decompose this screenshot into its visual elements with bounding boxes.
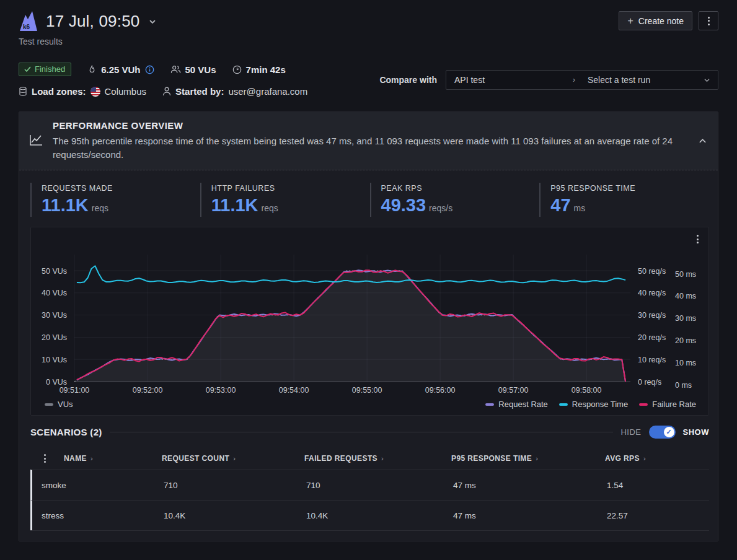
info-icon[interactable] — [145, 65, 154, 74]
plus-icon: + — [627, 16, 633, 26]
legend-vus[interactable]: VUs — [45, 400, 73, 409]
title-chevron-down-icon[interactable] — [149, 17, 156, 26]
svg-text:0 req/s: 0 req/s — [638, 378, 661, 387]
compare-project-select[interactable]: API test › — [446, 75, 581, 85]
svg-text:09:55:00: 09:55:00 — [352, 386, 382, 395]
duration-metric: 7min 42s — [232, 64, 286, 75]
stat-requests-made: REQUESTS MADE 11.1Kreqs — [30, 183, 200, 217]
vus-swatch — [45, 403, 53, 406]
svg-text:40 VUs: 40 VUs — [42, 289, 67, 297]
collapse-chevron-up-icon[interactable] — [699, 135, 707, 146]
response-time-swatch — [559, 403, 568, 406]
table-kebab-menu[interactable] — [30, 454, 59, 463]
compare-with-label: Compare with — [379, 75, 437, 85]
svg-text:10 ms: 10 ms — [675, 359, 696, 367]
scenarios-header: SCENARIOS (2) HIDE ✓ SHOW — [30, 426, 709, 439]
svg-text:30 ms: 30 ms — [675, 314, 696, 323]
page-subtitle: Test results — [19, 37, 156, 46]
svg-text:50 ms: 50 ms — [675, 270, 696, 279]
failure-rate-swatch — [639, 403, 648, 406]
column-header-name[interactable]: NAME› — [59, 454, 157, 463]
svg-text:0 ms: 0 ms — [675, 381, 692, 390]
svg-text:09:52:00: 09:52:00 — [133, 386, 163, 395]
clock-icon — [232, 65, 242, 74]
table-row-stress[interactable]: stress 10.4K 10.4K 47 ms 22.57 — [30, 500, 709, 530]
vuh-metric: 6.25 VUh — [87, 64, 154, 75]
svg-text:40 ms: 40 ms — [675, 292, 696, 300]
kebab-icon — [697, 235, 699, 243]
stat-peak-rps: PEAK RPS 49.33reqs/s — [370, 183, 540, 217]
kebab-icon — [708, 17, 710, 25]
compare-with-control: Compare with API test › Select a test ru… — [379, 70, 718, 90]
svg-text:20 VUs: 20 VUs — [42, 333, 67, 342]
us-flag-icon — [90, 87, 100, 97]
chart-kebab-menu[interactable] — [697, 235, 699, 243]
svg-text:50 req/s: 50 req/s — [638, 267, 666, 276]
svg-text:09:53:00: 09:53:00 — [206, 386, 236, 395]
timeseries-chart[interactable]: 0 VUs10 VUs20 VUs30 VUs40 VUs50 VUs0 req… — [31, 230, 708, 398]
stats-row: REQUESTS MADE 11.1Kreqs HTTP FAILURES 11… — [30, 183, 709, 217]
column-header-failed-requests[interactable]: FAILED REQUESTS› — [299, 454, 446, 463]
toggle-knob-check-icon: ✓ — [664, 427, 674, 437]
hide-label: HIDE — [620, 427, 641, 437]
column-header-request-count[interactable]: REQUEST COUNT› — [157, 454, 299, 463]
svg-text:09:56:00: 09:56:00 — [425, 386, 456, 395]
compare-test-run-select[interactable]: Select a test run — [581, 75, 718, 85]
header-kebab-menu-button[interactable] — [699, 11, 718, 30]
vus-metric: 50 VUs — [170, 64, 216, 75]
started-by: Started by: user@grafana.com — [162, 86, 307, 97]
scenarios-title: SCENARIOS (2) — [30, 427, 102, 437]
run-meta-section: Finished 6.25 VUh 50 VUs — [19, 63, 718, 97]
overview-description: The 95th percentile response time of the… — [53, 134, 676, 162]
svg-text:0 VUs: 0 VUs — [46, 378, 67, 387]
performance-overview-header[interactable]: PERFORMANCE OVERVIEW The 95th percentile… — [19, 112, 718, 170]
legend-response-time[interactable]: Response Time — [559, 400, 628, 409]
scenarios-table: NAME› REQUEST COUNT› FAILED REQUESTS› P9… — [30, 447, 709, 531]
page-title: 17 Jul, 09:50 — [46, 12, 140, 31]
create-note-button[interactable]: + Create note — [619, 11, 692, 30]
legend-failure-rate[interactable]: Failure Rate — [639, 400, 696, 409]
check-icon — [24, 66, 31, 72]
column-header-avg-rps[interactable]: AVG RPS› — [600, 454, 709, 463]
chart-line-icon — [29, 134, 43, 149]
scenarios-table-header: NAME› REQUEST COUNT› FAILED REQUESTS› P9… — [30, 447, 709, 470]
overview-title: PERFORMANCE OVERVIEW — [53, 120, 689, 131]
page-header: k6 17 Jul, 09:50 Test results + Create n… — [19, 10, 718, 46]
svg-text:10 req/s: 10 req/s — [638, 356, 666, 364]
column-header-p95-response-time[interactable]: P95 RESPONSE TIME› — [446, 454, 600, 463]
divider — [110, 432, 614, 432]
show-label: SHOW — [683, 427, 709, 437]
overview-body: REQUESTS MADE 11.1Kreqs HTTP FAILURES 11… — [19, 170, 718, 541]
svg-text:30 VUs: 30 VUs — [42, 311, 67, 320]
kebab-icon — [44, 454, 46, 463]
test-results-page: k6 17 Jul, 09:50 Test results + Create n… — [0, 0, 737, 541]
person-icon — [162, 87, 171, 96]
chevron-right-icon: › — [573, 76, 575, 84]
svg-text:10 VUs: 10 VUs — [42, 356, 67, 364]
legend-request-rate[interactable]: Request Rate — [485, 400, 548, 409]
svg-text:20 req/s: 20 req/s — [638, 333, 666, 342]
svg-text:40 req/s: 40 req/s — [638, 289, 666, 297]
performance-overview-panel: PERFORMANCE OVERVIEW The 95th percentile… — [19, 112, 718, 541]
status-badge: Finished — [19, 63, 71, 76]
users-icon — [170, 65, 181, 74]
flame-icon — [87, 64, 97, 74]
svg-text:09:51:00: 09:51:00 — [60, 386, 90, 395]
load-zones: Load zones: Columbus — [19, 86, 146, 97]
stat-p95-response-time: P95 RESPONSE TIME 47ms — [539, 183, 709, 217]
svg-text:50 VUs: 50 VUs — [42, 267, 67, 276]
show-hide-toggle[interactable]: ✓ — [649, 426, 676, 439]
svg-text:09:58:00: 09:58:00 — [572, 386, 602, 395]
stat-http-failures: HTTP FAILURES 11.1Kreqs — [200, 183, 370, 217]
svg-text:30 req/s: 30 req/s — [638, 311, 666, 320]
database-icon — [19, 87, 27, 96]
request-rate-swatch — [485, 403, 494, 406]
chevron-down-icon — [704, 76, 710, 84]
table-row-smoke[interactable]: smoke 710 710 47 ms 1.54 — [30, 470, 709, 500]
chart-legend: VUs Request Rate Response Time — [31, 398, 708, 415]
svg-text:09:54:00: 09:54:00 — [279, 386, 309, 395]
overview-chart-panel: 0 VUs10 VUs20 VUs30 VUs40 VUs50 VUs0 req… — [30, 227, 709, 416]
svg-text:20 ms: 20 ms — [675, 336, 696, 345]
svg-text:k6: k6 — [23, 24, 30, 30]
svg-text:09:57:00: 09:57:00 — [498, 386, 529, 395]
